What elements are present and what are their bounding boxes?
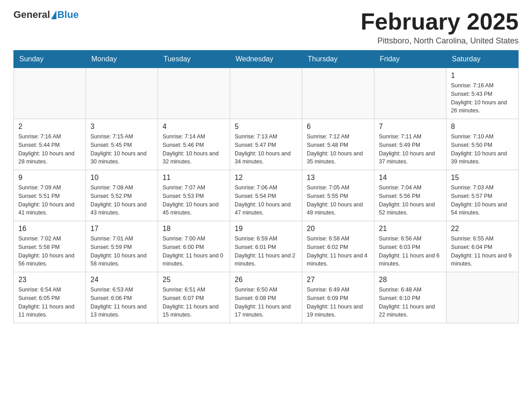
day-info: Sunrise: 6:48 AMSunset: 6:10 PMDaylight:… xyxy=(379,286,442,319)
day-info: Sunrise: 7:08 AMSunset: 5:52 PMDaylight:… xyxy=(90,184,153,217)
day-info: Sunrise: 7:06 AMSunset: 5:54 PMDaylight:… xyxy=(235,184,297,217)
calendar-cell: 5Sunrise: 7:13 AMSunset: 5:47 PMDaylight… xyxy=(230,119,302,170)
day-number: 5 xyxy=(235,123,297,131)
day-info: Sunrise: 7:01 AMSunset: 5:59 PMDaylight:… xyxy=(90,235,153,268)
calendar-cell: 22Sunrise: 6:55 AMSunset: 6:04 PMDayligh… xyxy=(446,221,519,272)
calendar-cell: 12Sunrise: 7:06 AMSunset: 5:54 PMDayligh… xyxy=(230,170,302,221)
day-info: Sunrise: 7:11 AMSunset: 5:49 PMDaylight:… xyxy=(379,133,442,166)
day-info: Sunrise: 7:16 AMSunset: 5:43 PMDaylight:… xyxy=(451,81,514,115)
logo-blue: Blue xyxy=(57,9,79,21)
calendar-cell: 3Sunrise: 7:15 AMSunset: 5:45 PMDaylight… xyxy=(86,119,158,170)
calendar-cell: 19Sunrise: 6:59 AMSunset: 6:01 PMDayligh… xyxy=(230,221,302,272)
col-header-thursday: Thursday xyxy=(302,51,374,68)
day-number: 20 xyxy=(307,225,369,233)
day-info: Sunrise: 6:54 AMSunset: 6:05 PMDaylight:… xyxy=(18,286,81,319)
calendar-cell: 18Sunrise: 7:00 AMSunset: 6:00 PMDayligh… xyxy=(158,221,230,272)
day-info: Sunrise: 7:15 AMSunset: 5:45 PMDaylight:… xyxy=(90,133,153,166)
col-header-sunday: Sunday xyxy=(14,51,86,68)
day-info: Sunrise: 7:12 AMSunset: 5:48 PMDaylight:… xyxy=(307,133,369,166)
day-info: Sunrise: 6:56 AMSunset: 6:03 PMDaylight:… xyxy=(379,235,442,268)
day-number: 12 xyxy=(235,174,297,182)
col-header-friday: Friday xyxy=(374,51,446,68)
calendar-cell: 2Sunrise: 7:16 AMSunset: 5:44 PMDaylight… xyxy=(14,119,86,170)
day-number: 17 xyxy=(90,225,153,233)
calendar-cell: 9Sunrise: 7:09 AMSunset: 5:51 PMDaylight… xyxy=(14,170,86,221)
day-info: Sunrise: 6:59 AMSunset: 6:01 PMDaylight:… xyxy=(235,235,297,268)
day-info: Sunrise: 7:00 AMSunset: 6:00 PMDaylight:… xyxy=(163,235,225,268)
day-number: 11 xyxy=(163,174,225,182)
day-number: 3 xyxy=(90,123,153,131)
calendar-cell: 23Sunrise: 6:54 AMSunset: 6:05 PMDayligh… xyxy=(14,272,86,323)
day-number: 25 xyxy=(163,276,225,284)
col-header-monday: Monday xyxy=(86,51,158,68)
day-number: 24 xyxy=(90,276,153,284)
day-number: 28 xyxy=(379,276,442,284)
location: Pittsboro, North Carolina, United States xyxy=(360,36,519,46)
page-header: General Blue February 2025 Pittsboro, No… xyxy=(13,9,519,46)
calendar-cell: 17Sunrise: 7:01 AMSunset: 5:59 PMDayligh… xyxy=(86,221,158,272)
day-info: Sunrise: 6:53 AMSunset: 6:06 PMDaylight:… xyxy=(90,286,153,319)
day-number: 13 xyxy=(307,174,369,182)
day-number: 19 xyxy=(235,225,297,233)
day-number: 4 xyxy=(163,123,225,131)
calendar-cell: 6Sunrise: 7:12 AMSunset: 5:48 PMDaylight… xyxy=(302,119,374,170)
calendar-header-row: SundayMondayTuesdayWednesdayThursdayFrid… xyxy=(14,51,519,68)
calendar-cell: 26Sunrise: 6:50 AMSunset: 6:08 PMDayligh… xyxy=(230,272,302,323)
day-info: Sunrise: 6:55 AMSunset: 6:04 PMDaylight:… xyxy=(451,235,514,268)
logo: General Blue xyxy=(13,9,79,21)
col-header-tuesday: Tuesday xyxy=(158,51,230,68)
calendar-week-row: 23Sunrise: 6:54 AMSunset: 6:05 PMDayligh… xyxy=(14,272,519,323)
day-number: 9 xyxy=(18,174,81,182)
day-info: Sunrise: 6:58 AMSunset: 6:02 PMDaylight:… xyxy=(307,235,369,268)
calendar-cell: 27Sunrise: 6:49 AMSunset: 6:09 PMDayligh… xyxy=(302,272,374,323)
calendar-cell: 21Sunrise: 6:56 AMSunset: 6:03 PMDayligh… xyxy=(374,221,446,272)
calendar-cell: 15Sunrise: 7:03 AMSunset: 5:57 PMDayligh… xyxy=(446,170,519,221)
calendar-week-row: 16Sunrise: 7:02 AMSunset: 5:58 PMDayligh… xyxy=(14,221,519,272)
calendar-cell xyxy=(86,68,158,119)
calendar-cell: 20Sunrise: 6:58 AMSunset: 6:02 PMDayligh… xyxy=(302,221,374,272)
logo-triangle-icon xyxy=(51,10,56,19)
calendar-cell: 7Sunrise: 7:11 AMSunset: 5:49 PMDaylight… xyxy=(374,119,446,170)
day-info: Sunrise: 7:13 AMSunset: 5:47 PMDaylight:… xyxy=(235,133,297,166)
calendar-cell xyxy=(446,272,519,323)
day-number: 16 xyxy=(18,225,81,233)
calendar-cell xyxy=(230,68,302,119)
calendar-cell xyxy=(374,68,446,119)
calendar-cell: 16Sunrise: 7:02 AMSunset: 5:58 PMDayligh… xyxy=(14,221,86,272)
day-info: Sunrise: 7:02 AMSunset: 5:58 PMDaylight:… xyxy=(18,235,81,268)
day-number: 27 xyxy=(307,276,369,284)
calendar-table: SundayMondayTuesdayWednesdayThursdayFrid… xyxy=(13,50,519,323)
calendar-cell xyxy=(158,68,230,119)
day-info: Sunrise: 7:07 AMSunset: 5:53 PMDaylight:… xyxy=(163,184,225,217)
day-info: Sunrise: 6:50 AMSunset: 6:08 PMDaylight:… xyxy=(235,286,297,319)
day-number: 2 xyxy=(18,123,81,131)
day-info: Sunrise: 7:09 AMSunset: 5:51 PMDaylight:… xyxy=(18,184,81,217)
day-number: 21 xyxy=(379,225,442,233)
day-info: Sunrise: 7:14 AMSunset: 5:46 PMDaylight:… xyxy=(163,133,225,166)
day-number: 8 xyxy=(451,123,514,131)
day-info: Sunrise: 7:16 AMSunset: 5:44 PMDaylight:… xyxy=(18,133,81,166)
calendar-cell: 13Sunrise: 7:05 AMSunset: 5:55 PMDayligh… xyxy=(302,170,374,221)
calendar-cell: 11Sunrise: 7:07 AMSunset: 5:53 PMDayligh… xyxy=(158,170,230,221)
logo-text: General Blue xyxy=(13,9,79,21)
col-header-wednesday: Wednesday xyxy=(230,51,302,68)
calendar-cell: 10Sunrise: 7:08 AMSunset: 5:52 PMDayligh… xyxy=(86,170,158,221)
day-info: Sunrise: 6:49 AMSunset: 6:09 PMDaylight:… xyxy=(307,286,369,319)
day-number: 1 xyxy=(451,72,514,80)
calendar-cell: 4Sunrise: 7:14 AMSunset: 5:46 PMDaylight… xyxy=(158,119,230,170)
calendar-cell: 24Sunrise: 6:53 AMSunset: 6:06 PMDayligh… xyxy=(86,272,158,323)
calendar-cell: 14Sunrise: 7:04 AMSunset: 5:56 PMDayligh… xyxy=(374,170,446,221)
day-number: 23 xyxy=(18,276,81,284)
day-info: Sunrise: 7:03 AMSunset: 5:57 PMDaylight:… xyxy=(451,184,514,217)
day-number: 7 xyxy=(379,123,442,131)
month-title: February 2025 xyxy=(360,9,519,34)
day-info: Sunrise: 6:51 AMSunset: 6:07 PMDaylight:… xyxy=(163,286,225,319)
title-block: February 2025 Pittsboro, North Carolina,… xyxy=(360,9,519,46)
day-number: 10 xyxy=(90,174,153,182)
day-info: Sunrise: 7:04 AMSunset: 5:56 PMDaylight:… xyxy=(379,184,442,217)
calendar-week-row: 2Sunrise: 7:16 AMSunset: 5:44 PMDaylight… xyxy=(14,119,519,170)
calendar-cell xyxy=(302,68,374,119)
calendar-week-row: 1Sunrise: 7:16 AMSunset: 5:43 PMDaylight… xyxy=(14,68,519,119)
day-number: 22 xyxy=(451,225,514,233)
calendar-week-row: 9Sunrise: 7:09 AMSunset: 5:51 PMDaylight… xyxy=(14,170,519,221)
